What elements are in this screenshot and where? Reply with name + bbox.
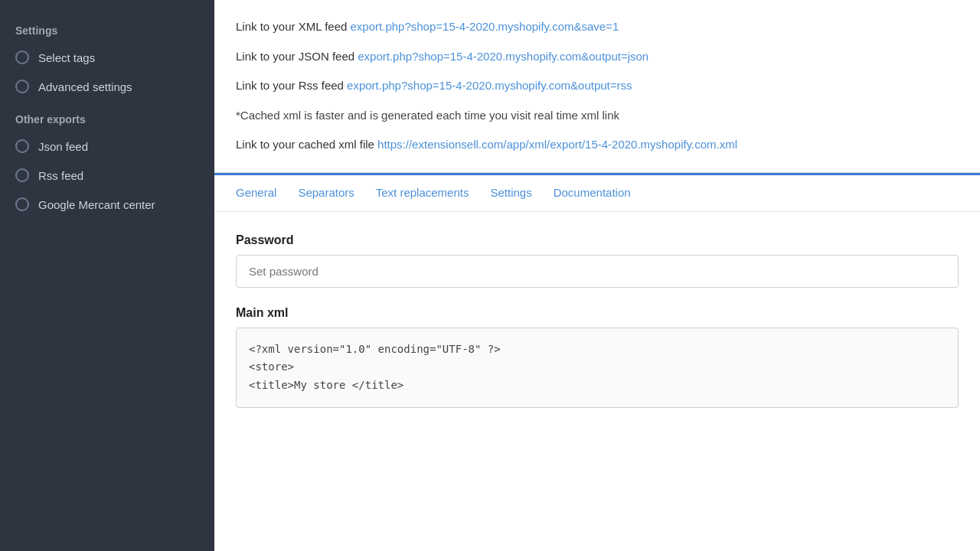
radio-select-tags [15, 51, 29, 64]
sidebar-label-google-mercant: Google Mercant center [38, 198, 155, 211]
xml-line-3: <title>My store </title> [249, 377, 946, 395]
tab-text-replacements[interactable]: Text replacements [376, 175, 469, 212]
main-content: Link to your XML feed export.php?shop=15… [214, 0, 980, 551]
xml-line-2: <store> [249, 358, 946, 377]
cached-xml-link[interactable]: https://extensionsell.com/app/xml/export… [377, 138, 737, 151]
sidebar-item-json-feed[interactable]: Json feed [0, 132, 214, 161]
sidebar-label-advanced-settings: Advanced settings [38, 80, 132, 93]
settings-section-title: Settings [0, 12, 214, 43]
password-label: Password [236, 233, 959, 247]
tab-bar: General Separators Text replacements Set… [214, 173, 980, 212]
cache-note-row: *Cached xml is faster and is generated e… [236, 107, 959, 125]
cached-xml-row: Link to your cached xml file https://ext… [236, 136, 959, 154]
sidebar-item-rss-feed[interactable]: Rss feed [0, 161, 214, 190]
xml-line-1: <?xml version="1.0" encoding="UTF-8" ?> [249, 341, 946, 359]
settings-panel: Password Main xml <?xml version="1.0" en… [214, 212, 980, 552]
json-feed-link[interactable]: export.php?shop=15-4-2020.myshopify.com&… [358, 50, 648, 63]
password-input[interactable] [236, 255, 959, 288]
tab-documentation[interactable]: Documentation [554, 175, 631, 212]
sidebar-item-advanced-settings[interactable]: Advanced settings [0, 72, 214, 101]
xml-feed-link[interactable]: export.php?shop=15-4-2020.myshopify.com&… [351, 20, 619, 33]
xml-feed-row: Link to your XML feed export.php?shop=15… [236, 18, 959, 36]
sidebar-item-google-mercant[interactable]: Google Mercant center [0, 190, 214, 219]
tab-settings[interactable]: Settings [490, 175, 531, 212]
radio-google-mercant [15, 197, 29, 211]
radio-advanced-settings [15, 80, 29, 93]
main-xml-section: Main xml <?xml version="1.0" encoding="U… [236, 306, 959, 408]
sidebar: Settings Select tags Advanced settings O… [0, 0, 214, 551]
sidebar-item-select-tags[interactable]: Select tags [0, 43, 214, 72]
xml-feed-prefix: Link to your XML feed [236, 20, 347, 33]
rss-feed-prefix: Link to your Rss feed [236, 79, 344, 92]
radio-json-feed [15, 139, 29, 153]
sidebar-label-select-tags: Select tags [38, 51, 95, 64]
json-feed-prefix: Link to your JSON feed [236, 50, 354, 63]
rss-feed-link[interactable]: export.php?shop=15-4-2020.myshopify.com&… [347, 79, 632, 92]
sidebar-label-json-feed: Json feed [38, 140, 88, 153]
cache-note: *Cached xml is faster and is generated e… [236, 109, 619, 122]
sidebar-label-rss-feed: Rss feed [38, 169, 83, 182]
tab-separators[interactable]: Separators [298, 175, 354, 212]
feed-panel: Link to your XML feed export.php?shop=15… [214, 0, 980, 173]
xml-content-box: <?xml version="1.0" encoding="UTF-8" ?> … [236, 328, 959, 408]
rss-feed-row: Link to your Rss feed export.php?shop=15… [236, 77, 959, 95]
radio-rss-feed [15, 168, 29, 182]
main-xml-label: Main xml [236, 306, 959, 320]
json-feed-row: Link to your JSON feed export.php?shop=1… [236, 48, 959, 66]
password-section: Password [236, 233, 959, 288]
tab-general[interactable]: General [236, 175, 276, 212]
cached-prefix: Link to your cached xml file [236, 138, 374, 151]
other-exports-section-title: Other exports [0, 101, 214, 132]
